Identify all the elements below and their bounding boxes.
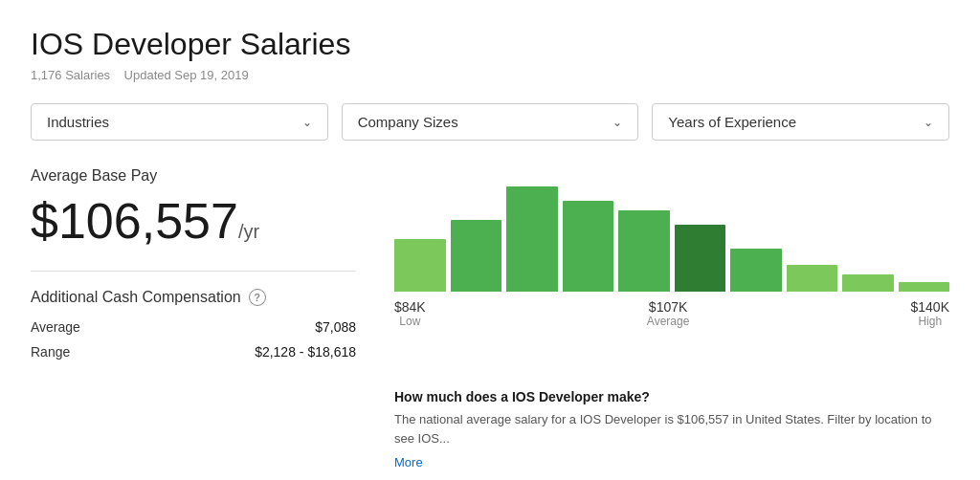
comp-row-label: Average xyxy=(31,319,80,335)
divider xyxy=(31,271,356,272)
content-area: Average Base Pay $106,557/yr Additional … xyxy=(31,167,949,470)
histogram-bar xyxy=(618,210,670,292)
axis-desc: High xyxy=(911,315,949,328)
salary-count: 1,176 Salaries xyxy=(31,68,110,82)
desc-title: How much does a IOS Developer make? xyxy=(394,389,949,404)
filter-company-sizes[interactable]: Company Sizes⌄ xyxy=(342,103,639,141)
histogram-bar xyxy=(675,225,726,292)
comp-row: Average$7,088 xyxy=(31,319,356,335)
comp-row-label: Range xyxy=(31,344,70,360)
desc-text: The national average salary for a IOS De… xyxy=(394,410,949,447)
axis-label: $107KAverage xyxy=(647,299,689,328)
bars-area xyxy=(394,167,949,292)
chevron-icon: ⌄ xyxy=(612,116,622,129)
filter-label: Company Sizes xyxy=(358,114,458,130)
histogram-bar xyxy=(451,220,502,292)
comp-row: Range$2,128 - $18,618 xyxy=(31,344,356,360)
filter-label: Years of Experience xyxy=(668,114,796,130)
info-icon[interactable]: ? xyxy=(249,289,266,306)
axis-labels: $84KLow$107KAverage$140KHigh xyxy=(394,299,949,328)
right-panel: $84KLow$107KAverage$140KHigh How much do… xyxy=(394,167,949,470)
histogram-bar xyxy=(394,239,446,292)
axis-label: $140KHigh xyxy=(911,299,949,328)
avg-salary-value: $106,557/yr xyxy=(31,192,356,250)
updated-date: Updated Sep 19, 2019 xyxy=(124,68,249,82)
axis-value: $140K xyxy=(911,299,949,315)
filter-label: Industries xyxy=(47,114,109,130)
description-box: How much does a IOS Developer make? The … xyxy=(394,389,949,470)
axis-value: $84K xyxy=(394,299,426,315)
comp-row-value: $7,088 xyxy=(315,319,356,335)
chevron-icon: ⌄ xyxy=(302,116,312,129)
cash-comp-label: Additional Cash Compensation xyxy=(31,289,241,306)
histogram: $84KLow$107KAverage$140KHigh xyxy=(394,167,949,362)
comp-rows: Average$7,088Range$2,128 - $18,618 xyxy=(31,319,356,360)
histogram-bar xyxy=(787,265,838,292)
histogram-bar xyxy=(899,282,950,292)
histogram-bar xyxy=(842,274,894,292)
comp-row-value: $2,128 - $18,618 xyxy=(255,344,356,360)
axis-value: $107K xyxy=(647,299,689,315)
histogram-bar xyxy=(506,186,558,292)
histogram-bar xyxy=(563,201,614,292)
filters-row: Industries⌄Company Sizes⌄Years of Experi… xyxy=(31,103,949,141)
filter-years-of-experience[interactable]: Years of Experience⌄ xyxy=(652,103,949,141)
left-panel: Average Base Pay $106,557/yr Additional … xyxy=(31,167,356,470)
filter-industries[interactable]: Industries⌄ xyxy=(31,103,328,141)
avg-base-pay-label: Average Base Pay xyxy=(31,167,356,185)
page-title: IOS Developer Salaries xyxy=(31,27,949,62)
histogram-bar xyxy=(730,249,782,292)
axis-desc: Average xyxy=(647,315,689,328)
chevron-icon: ⌄ xyxy=(924,116,933,129)
axis-desc: Low xyxy=(394,315,426,328)
subtitle: 1,176 Salaries Updated Sep 19, 2019 xyxy=(31,68,949,82)
axis-label: $84KLow xyxy=(394,299,426,328)
more-link[interactable]: More xyxy=(394,455,423,469)
cash-comp-header: Additional Cash Compensation ? xyxy=(31,289,356,306)
